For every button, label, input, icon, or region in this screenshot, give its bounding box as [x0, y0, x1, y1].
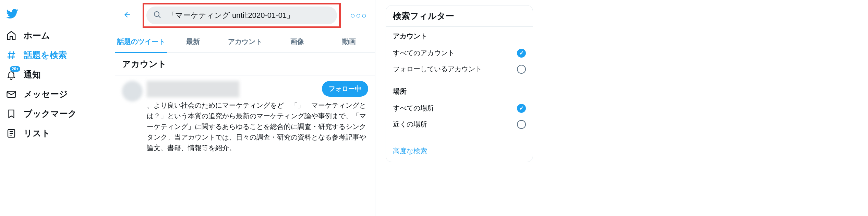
twitter-logo[interactable] [2, 3, 111, 26]
back-button[interactable] [120, 8, 134, 23]
tab-top[interactable]: 話題のツイート [115, 31, 167, 52]
mail-icon [6, 89, 17, 100]
search-query-text: 「マーケティング until:2020-01-01」 [168, 10, 294, 21]
hash-icon [6, 50, 17, 61]
account-result[interactable]: フォロー中 、より良い社会のためにマーケティングをど 「」 マーケティングとは？… [115, 75, 375, 159]
nav-label: ホーム [24, 30, 50, 41]
radio-selected-icon [517, 104, 526, 113]
nav-label: 話題を検索 [24, 49, 67, 61]
search-highlight: 「マーケティング until:2020-01-01」 [143, 3, 341, 28]
search-tabs: 話題のツイート 最新 アカウント 画像 動画 [115, 31, 375, 53]
filter-option-all-locations[interactable]: すべての場所 [393, 100, 526, 116]
svg-point-2 [154, 12, 159, 16]
account-name-obscured [147, 81, 239, 97]
advanced-search-link[interactable]: 高度な検索 [386, 140, 533, 162]
filter-section-location-label: 場所 [393, 87, 526, 96]
search-input[interactable]: 「マーケティング until:2020-01-01」 [146, 7, 337, 24]
follow-button[interactable]: フォロー中 [322, 81, 368, 97]
filter-option-all-accounts[interactable]: すべてのアカウント [393, 45, 526, 61]
search-header: 「マーケティング until:2020-01-01」 ○○○ [115, 0, 375, 31]
tab-accounts[interactable]: アカウント [219, 31, 271, 52]
bookmark-icon [6, 108, 17, 119]
nav-label: ブックマーク [24, 108, 77, 119]
tab-videos[interactable]: 動画 [323, 31, 375, 52]
sidebar-item-messages[interactable]: メッセージ [2, 84, 111, 104]
home-icon [6, 30, 17, 41]
sidebar: ホーム 話題を検索 20+ 通知 メッセージ ブックマーク [0, 0, 115, 216]
search-icon [153, 11, 161, 21]
filter-section-account-label: アカウント [393, 32, 526, 41]
list-icon [6, 128, 17, 139]
tab-latest[interactable]: 最新 [167, 31, 219, 52]
filter-option-nearby[interactable]: 近くの場所 [393, 116, 526, 132]
sidebar-item-notifications[interactable]: 20+ 通知 [2, 65, 111, 84]
nav-label: リスト [24, 128, 50, 139]
nav-label: メッセージ [24, 88, 68, 100]
notification-badge: 20+ [10, 66, 20, 72]
sidebar-item-lists[interactable]: リスト [2, 123, 111, 143]
search-filters: 検索フィルター アカウント すべてのアカウント フォローしているアカウント 場所… [386, 5, 533, 162]
main-column: 「マーケティング until:2020-01-01」 ○○○ 話題のツイート 最… [115, 0, 375, 216]
filter-option-following[interactable]: フォローしているアカウント [393, 61, 526, 77]
avatar [122, 81, 143, 101]
sidebar-item-explore[interactable]: 話題を検索 [2, 45, 111, 65]
right-column: 検索フィルター アカウント すべてのアカウント フォローしているアカウント 場所… [375, 0, 868, 216]
more-options-button[interactable]: ○○○ [348, 8, 370, 23]
radio-selected-icon [517, 49, 526, 58]
nav-label: 通知 [24, 69, 41, 80]
section-header-accounts: アカウント [115, 53, 375, 75]
sidebar-item-home[interactable]: ホーム [2, 26, 111, 45]
filters-title: 検索フィルター [386, 5, 533, 27]
radio-unselected-icon [517, 65, 526, 74]
tab-images[interactable]: 画像 [271, 31, 323, 52]
account-description: 、より良い社会のためにマーケティングをど 「」 マーケティングとは？」という本質… [147, 100, 368, 153]
sidebar-item-bookmarks[interactable]: ブックマーク [2, 104, 111, 123]
radio-unselected-icon [517, 120, 526, 129]
